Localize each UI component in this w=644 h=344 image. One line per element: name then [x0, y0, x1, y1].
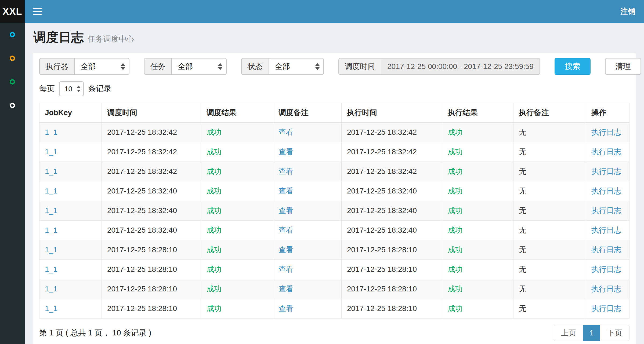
table-cell: 成功	[442, 162, 513, 181]
trigger-time: 2017-12-25 18:28:10	[107, 265, 177, 273]
view-trigger-msg-link[interactable]: 查看	[278, 167, 294, 175]
clear-button[interactable]: 清理	[605, 58, 641, 75]
filter-status: 状态 全部	[241, 58, 324, 75]
table-cell: 1_1	[39, 201, 102, 221]
page-subtitle: 任务调度中心	[88, 31, 134, 46]
jobkey-link[interactable]: 1_1	[45, 148, 57, 156]
table-cell: 查看	[273, 260, 342, 279]
handle-result: 成功	[448, 304, 463, 313]
handle-time: 2017-12-25 18:28:10	[347, 246, 417, 254]
exec-log-link[interactable]: 执行日志	[591, 285, 621, 293]
trigger-result: 成功	[207, 226, 222, 234]
table-cell: 2017-12-25 18:32:42	[342, 123, 442, 142]
table-cell: 成功	[201, 123, 273, 142]
table-footer: 第 1 页 ( 总共 1 页， 10 条记录 ) 上页 1 下页	[39, 325, 629, 341]
handle-result: 成功	[448, 285, 463, 293]
view-trigger-msg-link[interactable]: 查看	[278, 246, 294, 254]
exec-log-link[interactable]: 执行日志	[591, 246, 621, 254]
table-row: 1_12017-12-25 18:32:40成功查看2017-12-25 18:…	[39, 181, 629, 201]
sidebar	[0, 23, 25, 344]
filter-job-select[interactable]: 全部	[171, 58, 227, 75]
navbar-main: 注销	[25, 0, 644, 23]
table-cell: 执行日志	[586, 123, 629, 142]
exec-log-link[interactable]: 执行日志	[591, 187, 621, 195]
view-trigger-msg-link[interactable]: 查看	[278, 128, 294, 136]
table-cell: 成功	[442, 201, 513, 221]
filter-trigger-time-label: 调度时间	[338, 58, 381, 75]
jobkey-link[interactable]: 1_1	[45, 304, 57, 313]
table-cell: 2017-12-25 18:28:10	[102, 299, 201, 319]
handle-time: 2017-12-25 18:32:42	[347, 128, 417, 136]
handle-result: 成功	[448, 246, 463, 254]
sidebar-item-1[interactable]	[0, 23, 25, 46]
trigger-time: 2017-12-25 18:28:10	[107, 285, 177, 293]
handle-msg: 无	[519, 285, 526, 293]
exec-log-link[interactable]: 执行日志	[591, 148, 621, 156]
sidebar-toggle-button[interactable]	[25, 0, 50, 23]
page-1-button[interactable]: 1	[583, 325, 600, 341]
table-cell: 执行日志	[586, 279, 629, 299]
handle-result: 成功	[448, 206, 463, 215]
table-cell: 无	[513, 260, 586, 279]
column-header-handle-result: 执行结果	[442, 103, 513, 123]
exec-log-link[interactable]: 执行日志	[591, 167, 621, 175]
table-cell: 无	[513, 201, 586, 221]
jobkey-link[interactable]: 1_1	[45, 226, 57, 234]
hamburger-icon	[33, 8, 42, 9]
sidebar-item-2[interactable]	[0, 46, 25, 70]
exec-log-link[interactable]: 执行日志	[591, 265, 621, 273]
trigger-time-range-input[interactable]: 2017-12-25 00:00:00 - 2017-12-25 23:59:5…	[381, 58, 540, 75]
table-row: 1_12017-12-25 18:32:40成功查看2017-12-25 18:…	[39, 221, 629, 240]
table-cell: 2017-12-25 18:28:10	[102, 279, 201, 299]
jobkey-link[interactable]: 1_1	[45, 206, 57, 215]
view-trigger-msg-link[interactable]: 查看	[278, 226, 294, 234]
handle-time: 2017-12-25 18:32:42	[347, 148, 417, 156]
table-cell: 2017-12-25 18:28:10	[102, 260, 201, 279]
sidebar-item-4[interactable]	[0, 94, 25, 117]
table-cell: 无	[513, 162, 586, 181]
view-trigger-msg-link[interactable]: 查看	[278, 187, 294, 195]
table-cell: 成功	[201, 142, 273, 162]
table-cell: 成功	[442, 299, 513, 319]
jobkey-link[interactable]: 1_1	[45, 285, 57, 293]
jobkey-link[interactable]: 1_1	[45, 265, 57, 273]
handle-msg: 无	[519, 246, 526, 254]
table-cell: 1_1	[39, 221, 102, 240]
app-logo[interactable]: XXL	[0, 0, 25, 23]
table-cell: 2017-12-25 18:28:10	[342, 279, 442, 299]
view-trigger-msg-link[interactable]: 查看	[278, 206, 294, 215]
table-cell: 执行日志	[586, 162, 629, 181]
view-trigger-msg-link[interactable]: 查看	[278, 285, 294, 293]
table-cell: 成功	[201, 181, 273, 201]
table-cell: 2017-12-25 18:32:40	[102, 201, 201, 221]
table-cell: 2017-12-25 18:28:10	[342, 299, 442, 319]
view-trigger-msg-link[interactable]: 查看	[278, 265, 294, 273]
exec-log-link[interactable]: 执行日志	[591, 304, 621, 313]
jobkey-link[interactable]: 1_1	[45, 167, 57, 175]
table-cell: 成功	[201, 279, 273, 299]
sidebar-item-3[interactable]	[0, 70, 25, 94]
view-trigger-msg-link[interactable]: 查看	[278, 148, 294, 156]
view-trigger-msg-link[interactable]: 查看	[278, 304, 294, 313]
circle-icon	[10, 103, 15, 108]
table-cell: 2017-12-25 18:32:42	[102, 123, 201, 142]
exec-log-link[interactable]: 执行日志	[591, 206, 621, 215]
search-button[interactable]: 搜索	[555, 58, 591, 75]
pagination-summary: 第 1 页 ( 总共 1 页， 10 条记录 )	[39, 328, 151, 338]
filter-executor: 执行器 全部	[39, 58, 129, 75]
filter-status-select[interactable]: 全部	[269, 58, 324, 75]
table-cell: 无	[513, 142, 586, 162]
exec-log-link[interactable]: 执行日志	[591, 226, 621, 234]
jobkey-link[interactable]: 1_1	[45, 187, 57, 195]
trigger-result: 成功	[207, 148, 222, 156]
jobkey-link[interactable]: 1_1	[45, 128, 57, 136]
jobkey-link[interactable]: 1_1	[45, 246, 57, 254]
table-cell: 成功	[442, 142, 513, 162]
prev-page-button[interactable]: 上页	[554, 325, 583, 341]
column-header-jobkey: JobKey	[39, 103, 102, 123]
page-size-select[interactable]: 10	[59, 81, 84, 96]
logout-link[interactable]: 注销	[612, 6, 644, 17]
filter-executor-select[interactable]: 全部	[74, 58, 129, 75]
next-page-button[interactable]: 下页	[600, 325, 629, 341]
exec-log-link[interactable]: 执行日志	[591, 128, 621, 136]
